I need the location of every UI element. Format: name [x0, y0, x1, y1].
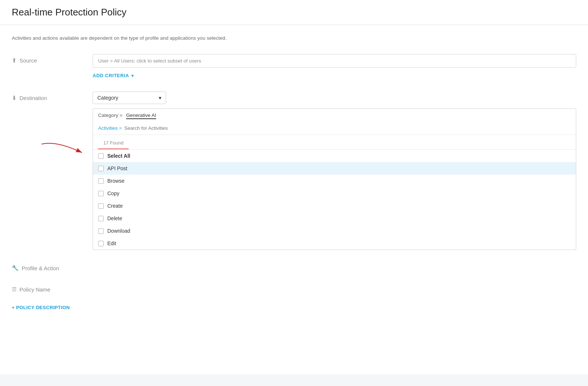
- activities-search-input[interactable]: [124, 125, 571, 131]
- activity-checkbox[interactable]: [98, 166, 104, 171]
- activity-label: Create: [107, 203, 123, 209]
- select-all-item[interactable]: Select All: [93, 150, 576, 162]
- policy-name-label-text: Policy Name: [19, 286, 50, 293]
- subtitle: Activities and actions available are dep…: [12, 35, 576, 41]
- checkbox-list: Select All API Post Browse Copy Create D…: [93, 150, 576, 250]
- activity-label: Copy: [107, 190, 119, 196]
- destination-icon: ⬇: [12, 94, 17, 101]
- destination-label-text: Destination: [19, 95, 47, 101]
- activity-checkbox[interactable]: [98, 241, 104, 246]
- source-label-text: Source: [19, 57, 37, 64]
- add-criteria-chevron: ▼: [130, 74, 135, 78]
- policy-name-icon: ☰: [12, 286, 17, 293]
- select-all-label: Select All: [107, 153, 130, 159]
- category-row-label: Category =: [98, 112, 122, 118]
- destination-label: ⬇ Destination: [12, 92, 93, 101]
- category-select-chevron-icon: ▾: [159, 95, 161, 101]
- found-count-wrapper: 17 Found: [93, 135, 576, 150]
- page-content: Activities and actions available are dep…: [0, 25, 588, 374]
- annotation-arrow: [34, 139, 97, 164]
- activity-item[interactable]: Delete: [93, 212, 576, 225]
- activity-item[interactable]: Create: [93, 200, 576, 212]
- source-user-input[interactable]: User = All Users: click to select subset…: [93, 54, 576, 68]
- activity-item[interactable]: Browse: [93, 175, 576, 187]
- destination-section: ⬇ Destination Category ▾ Category = Gene…: [12, 92, 576, 250]
- activity-item[interactable]: Copy: [93, 187, 576, 200]
- activities-dropdown: Activities = 17 Found: [93, 122, 576, 250]
- activities-header: Activities =: [93, 122, 576, 135]
- profile-action-label: 🔧 Profile & Action: [12, 262, 93, 271]
- activity-checkbox[interactable]: [98, 216, 104, 221]
- activity-label: API Post: [107, 165, 127, 171]
- category-select[interactable]: Category ▾: [93, 92, 166, 104]
- add-criteria-button[interactable]: ADD CRITERIA ▼: [93, 71, 135, 80]
- category-select-label: Category: [97, 95, 118, 101]
- source-label: ⬆ Source: [12, 54, 93, 64]
- category-row: Category = Generative AI: [93, 108, 576, 122]
- category-value: Generative AI: [126, 112, 156, 119]
- profile-action-label-text: Profile & Action: [22, 265, 59, 271]
- policy-name-section: ☰ Policy Name: [12, 283, 576, 293]
- activity-checkbox[interactable]: [98, 228, 104, 234]
- activity-checkbox[interactable]: [98, 178, 104, 184]
- source-content: User = All Users: click to select subset…: [93, 54, 576, 80]
- profile-action-section: 🔧 Profile & Action: [12, 262, 576, 271]
- activity-checkbox[interactable]: [98, 191, 104, 196]
- policy-name-label: ☰ Policy Name: [12, 283, 93, 293]
- activity-checkbox[interactable]: [98, 203, 104, 209]
- activity-item[interactable]: Download: [93, 225, 576, 237]
- page-title: Real-time Protection Policy: [12, 7, 576, 18]
- source-icon: ⬆: [12, 57, 17, 64]
- activity-label: Delete: [107, 215, 122, 221]
- source-section: ⬆ Source User = All Users: click to sele…: [12, 54, 576, 80]
- activity-label: Browse: [107, 178, 125, 184]
- policy-description-link[interactable]: + POLICY DESCRIPTION: [12, 305, 70, 310]
- activity-label: Download: [107, 228, 130, 234]
- activity-item[interactable]: Edit: [93, 237, 576, 250]
- profile-action-icon: 🔧: [12, 265, 19, 271]
- activities-label: Activities =: [98, 125, 122, 131]
- activity-items-container: API Post Browse Copy Create Delete Downl…: [93, 162, 576, 250]
- activity-item[interactable]: API Post: [93, 162, 576, 175]
- add-criteria-label: ADD CRITERIA: [93, 73, 129, 78]
- bottom-link-wrapper: + POLICY DESCRIPTION: [12, 304, 576, 310]
- destination-content: Category ▾ Category = Generative AI Acti…: [93, 92, 576, 250]
- page-header: Real-time Protection Policy: [0, 0, 588, 25]
- activity-label: Edit: [107, 240, 116, 246]
- select-all-checkbox[interactable]: [98, 153, 104, 159]
- found-count: 17 Found: [98, 137, 129, 149]
